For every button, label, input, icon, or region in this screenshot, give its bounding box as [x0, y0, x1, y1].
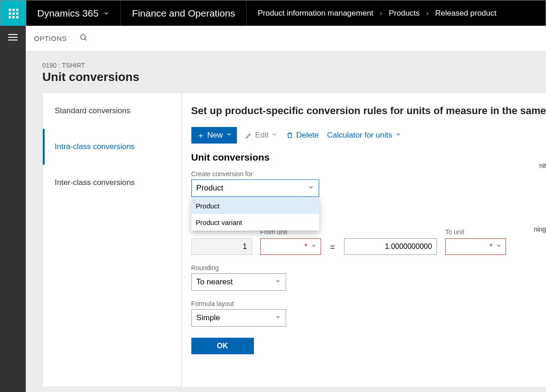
flyout-title: Unit conversions — [191, 152, 509, 163]
plus-icon: ＋ — [197, 130, 205, 141]
module-label: Finance and Operations — [121, 0, 247, 26]
chevron-down-icon — [275, 277, 281, 287]
edit-button[interactable]: Edit — [245, 131, 278, 140]
calculator-button[interactable]: Calculator for units — [327, 131, 402, 140]
trash-icon — [286, 132, 293, 139]
conversion-row: . 1 From unit * = . 1.0000000000 — [191, 228, 509, 255]
from-unit-select[interactable]: * — [260, 238, 321, 255]
breadcrumb-item[interactable]: Released product — [435, 9, 496, 18]
create-for-select[interactable]: Product Product Product variant — [191, 179, 319, 197]
waffle-icon — [9, 9, 18, 18]
tab-inter-class-conversions[interactable]: Inter-class conversions — [43, 165, 181, 201]
dropdown-option-product-variant[interactable]: Product variant — [191, 214, 319, 231]
to-unit-select[interactable]: * — [445, 238, 506, 255]
rounding-select[interactable]: To nearest — [191, 273, 286, 291]
page-title: Unit conversions — [42, 70, 546, 84]
brand-switcher[interactable]: Dynamics 365 — [26, 0, 121, 26]
search-icon[interactable] — [80, 34, 88, 44]
chevron-down-icon — [495, 242, 502, 251]
to-unit-label: To unit — [445, 228, 506, 236]
chevron-right-icon: › — [380, 9, 383, 18]
chevron-down-icon — [226, 131, 232, 140]
tab-intra-class-conversions[interactable]: Intra-class conversions — [43, 129, 181, 165]
chevron-down-icon — [310, 242, 317, 251]
tab-standard-conversions[interactable]: Standard conversions — [43, 93, 181, 129]
breadcrumb: Product information management › Product… — [247, 0, 507, 26]
formula-layout-select[interactable]: Simple — [191, 309, 286, 327]
chevron-right-icon: › — [426, 9, 429, 18]
pencil-icon — [245, 132, 253, 139]
chevron-down-icon — [308, 184, 314, 193]
svg-line-1 — [85, 39, 86, 40]
brand-label: Dynamics 365 — [37, 8, 98, 19]
chevron-down-icon — [395, 131, 402, 140]
left-nav-rail — [0, 26, 26, 392]
new-conversion-flyout: Unit conversions Create conversion for P… — [191, 146, 509, 366]
formula-layout-label: Formula layout — [191, 300, 509, 307]
pane-header: Set up product-specific conversion rules… — [191, 105, 546, 117]
options-button[interactable]: OPTIONS — [34, 35, 67, 42]
dropdown-option-product[interactable]: Product — [191, 197, 319, 214]
chevron-down-icon — [103, 8, 109, 19]
create-for-label: Create conversion for — [191, 170, 509, 178]
equals-sign: = — [329, 242, 336, 255]
delete-button[interactable]: Delete — [286, 131, 319, 140]
record-id: 0190 : TSHIRT — [42, 62, 546, 69]
factor-right-input[interactable]: 1.0000000000 — [344, 238, 437, 255]
ok-button[interactable]: OK — [191, 338, 254, 354]
page-body: 0190 : TSHIRT Unit conversions Standard … — [26, 52, 546, 392]
required-icon: * — [305, 242, 308, 251]
hamburger-icon[interactable] — [8, 34, 17, 40]
app-launcher-button[interactable] — [0, 0, 26, 26]
chevron-down-icon — [271, 131, 278, 140]
breadcrumb-item[interactable]: Product information management — [258, 9, 373, 18]
new-button[interactable]: ＋ New — [191, 127, 237, 144]
chevron-down-icon — [275, 313, 281, 323]
rounding-label: Rounding — [191, 264, 509, 271]
top-bar: Dynamics 365 Finance and Operations Prod… — [0, 0, 546, 26]
content-pane: Set up product-specific conversion rules… — [182, 92, 546, 387]
action-strip: OPTIONS — [26, 26, 546, 52]
required-icon: * — [489, 242, 493, 251]
create-for-dropdown: Product Product variant — [191, 197, 319, 231]
factor-left-input[interactable]: 1 — [191, 238, 252, 255]
svg-point-0 — [80, 35, 86, 40]
side-tabs: Standard conversions Intra-class convers… — [42, 92, 182, 387]
pane-toolbar: ＋ New Edit Delete Calculator for units — [191, 127, 546, 144]
breadcrumb-item[interactable]: Products — [389, 9, 420, 18]
